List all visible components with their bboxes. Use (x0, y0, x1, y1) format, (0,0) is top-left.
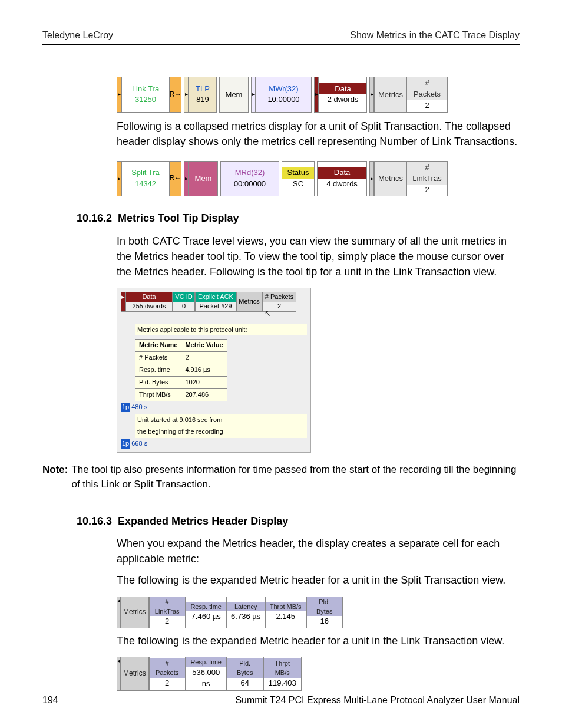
paragraph: Following is a collapsed metrics display… (117, 118, 520, 149)
cell-top: Mem (189, 173, 217, 185)
stub-value: 480 s (131, 403, 147, 412)
metric-header: # Packets (150, 658, 185, 678)
expand-arrow-icon[interactable]: ▸ (369, 161, 374, 197)
cell-top: Split Tra (122, 167, 169, 179)
page-number: 194 (42, 693, 58, 707)
paragraph: The following is the expanded Metric hea… (117, 633, 520, 648)
metric-value: 1020 (181, 377, 227, 389)
cell-top: Metrics (375, 89, 406, 101)
metric-name: # Packets (135, 352, 181, 364)
expand-arrow-icon[interactable]: ▸ (314, 77, 319, 113)
metric-header: Resp. time (186, 602, 226, 612)
table-row: Pld. Bytes1020 (135, 377, 227, 389)
expand-arrow-icon[interactable]: ▸ (117, 161, 121, 197)
cell-bot: 2 (407, 100, 447, 112)
metric-value: 536.000 ns (186, 667, 226, 690)
metric-value: 2.145 (266, 611, 306, 623)
metric-col: Latency6.736 µs (227, 597, 265, 629)
cell-linktras: # LinkTras 2 (406, 161, 448, 197)
table-row: Thrpt MB/s207.486 (135, 389, 227, 401)
table-row: Resp. time4.916 µs (135, 364, 227, 377)
cell-data: Data 4 dwords (317, 161, 367, 197)
expand-arrow-icon[interactable]: ▸ (251, 77, 256, 113)
header-left: Teledyne LeCroy (42, 28, 113, 42)
expand-arrow-icon[interactable]: ▸ (369, 77, 374, 113)
cell-bot: 14342 (122, 179, 169, 190)
metric-header: Pld. Bytes (227, 658, 263, 678)
metric-col: Thrpt MB/s119.403 (263, 657, 302, 691)
cell-bot: 31250 (122, 94, 169, 106)
metric-col: Resp. time7.460 µs (186, 597, 227, 629)
cell-data: Data 2 dwords (319, 77, 367, 113)
cell-bot: SC (282, 179, 314, 190)
metric-header: Thrpt MB/s (266, 602, 306, 612)
cell-top: TLP (189, 83, 216, 95)
metric-value: 2 (150, 678, 185, 690)
cell-top: VC ID (173, 292, 194, 302)
expand-arrow-icon[interactable]: ▸ (121, 292, 125, 312)
cell-top: # LinkTras (407, 162, 447, 185)
cell-bot: 10:00000 (256, 94, 311, 106)
cell-top: # Packets (407, 77, 447, 100)
metric-col: Resp. time536.000 ns (186, 657, 227, 691)
cell-top: Metrics (375, 173, 406, 185)
page-header: Teledyne LeCroy Show Metrics in the CATC… (42, 28, 520, 42)
cell-tlp: TLP 819 (189, 77, 217, 113)
cell-top: Mem (220, 89, 248, 101)
table-header: Metric Name (135, 340, 181, 352)
cell-bot: 4 dwords (318, 179, 366, 190)
cursor-icon: ↖ (265, 308, 451, 319)
tooltip-footer-line: Unit started at 9.016 sec from (135, 414, 307, 426)
section-number: 10.16.3 (77, 515, 112, 527)
metrics-label: Metrics (120, 657, 149, 691)
cell-top: Data (318, 167, 366, 179)
metric-value: 207.486 (181, 389, 227, 401)
cell-bot: 00:00000 (221, 179, 279, 190)
section-number: 10.16.2 (77, 212, 112, 224)
paragraph: In both CATC Trace level views, you can … (117, 233, 520, 279)
tooltip-metrics-table: Metric NameMetric Value # Packets2 Resp.… (135, 339, 227, 401)
section-title: Expanded Metrics Header Display (118, 515, 288, 527)
direction-cell: R→ (170, 77, 181, 113)
cell-metrics-label: Metrics (236, 292, 262, 312)
expand-arrow-icon[interactable]: ▸ (184, 77, 189, 113)
note-label: Note: (42, 463, 68, 492)
expanded-metrics-split: ◂ Metrics # LinkTras2 Resp. time7.460 µs… (117, 597, 520, 629)
expand-arrow-icon[interactable]: ▸ (117, 77, 121, 113)
cell-top: Data (126, 292, 172, 302)
stub-label: 1p (121, 403, 130, 412)
metric-header: Latency (227, 602, 265, 612)
cell-bot: 255 dwords (126, 302, 172, 311)
metric-name: Thrpt MB/s (135, 389, 181, 401)
cell-data: Data 255 dwords (125, 292, 173, 312)
metric-header: Thrpt MB/s (264, 658, 301, 678)
cell-bot: 0 (173, 302, 194, 311)
cell-mem: Mem (189, 161, 218, 197)
metric-name: Resp. time (135, 364, 181, 377)
cell-mem: Mem (219, 77, 249, 113)
metric-header: Pld. Bytes (307, 597, 342, 617)
cell-vcid: VC ID 0 (173, 292, 195, 312)
section-heading: 10.16.3 Expanded Metrics Header Display (77, 513, 520, 529)
cell-top: # Packets (263, 292, 296, 302)
cell-metrics-label: Metrics (374, 161, 406, 197)
cell-top: Status (282, 167, 314, 179)
table-row: # Packets2 (135, 352, 227, 364)
cell-top: Data (319, 83, 366, 95)
paragraph: When you expand the Metrics header, the … (117, 536, 520, 566)
cell-top: MWr(32) (256, 83, 311, 95)
metric-header: # LinkTras (150, 597, 185, 617)
cell-top: Link Tra (122, 83, 169, 95)
cell-top: MRd(32) (221, 167, 279, 179)
trace-strip-link-tra: ▸ Link Tra 31250 R→ ▸ TLP 819 Mem ▸ MWr(… (117, 77, 520, 113)
metric-value: 119.403 (264, 678, 301, 690)
cell-metrics-label: Metrics (374, 77, 406, 113)
cell-bot: 819 (189, 94, 216, 106)
table-header: Metric Value (181, 340, 227, 352)
cell-split-tra: Split Tra 14342 (121, 161, 170, 197)
cell-top: Explicit ACK (196, 292, 236, 302)
stub-value: 668 s (131, 439, 147, 449)
expand-arrow-icon[interactable]: ▸ (184, 161, 189, 197)
cell-mwr: MWr(32) 10:00000 (256, 77, 312, 113)
page-footer: 194 Summit T24 PCI Express Multi-Lane Pr… (42, 693, 520, 707)
